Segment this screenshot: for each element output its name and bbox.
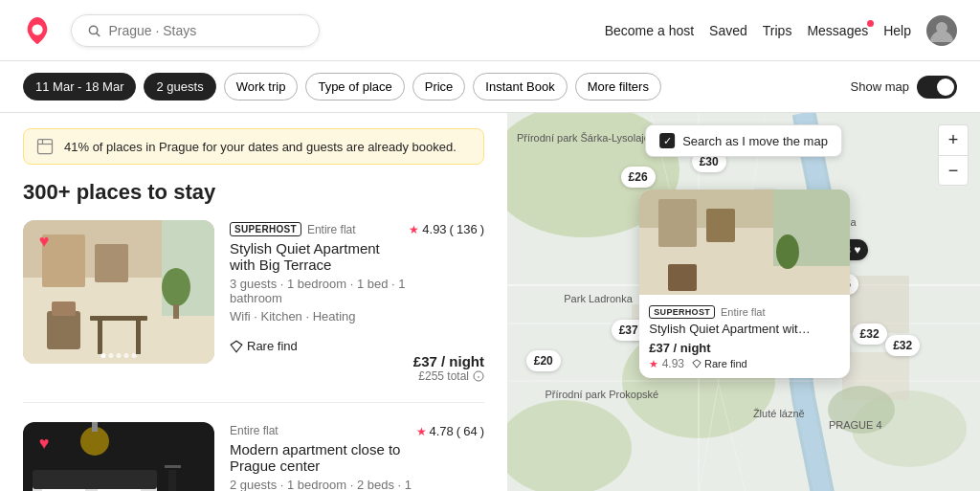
map-popup[interactable]: SUPERHOST Entire flat Stylish Quiet Apar… xyxy=(639,190,850,378)
popup-rare-find: Rare find xyxy=(692,358,747,369)
svg-rect-26 xyxy=(33,470,157,489)
rating-value-2: 4.78 xyxy=(430,424,454,438)
svg-rect-12 xyxy=(90,316,147,321)
price-marker-32c[interactable]: £32 xyxy=(885,335,920,356)
listing-meta-2: Entire flat Modern apartment close to Pr… xyxy=(230,424,416,491)
svg-rect-3 xyxy=(38,140,53,154)
dot xyxy=(109,353,114,358)
instant-book-filter[interactable]: Instant Book xyxy=(473,73,567,100)
date-filter[interactable]: 11 Mar - 18 Mar xyxy=(23,73,136,100)
more-filters-button[interactable]: More filters xyxy=(575,73,661,100)
notice-icon xyxy=(35,137,55,156)
search-as-move-button[interactable]: ✓ Search as I move the map xyxy=(645,124,842,157)
popup-rating: 4.93 xyxy=(662,357,684,370)
listing-amenities-1: Wifi · Kitchen · Heating xyxy=(230,309,409,324)
search-icon xyxy=(87,23,100,38)
svg-rect-13 xyxy=(98,321,102,354)
wishlist-heart-1[interactable]: ♥ xyxy=(31,228,57,255)
type-filter[interactable]: Type of place xyxy=(305,73,404,100)
listing-card: ♥ SUPERHOST Entire flat xyxy=(23,220,484,403)
avatar[interactable] xyxy=(926,15,957,46)
listing-header-2: Entire flat Modern apartment close to Pr… xyxy=(230,424,484,491)
dot xyxy=(101,353,106,358)
svg-rect-10 xyxy=(47,311,80,349)
listing-info-2: Entire flat Modern apartment close to Pr… xyxy=(230,422,484,491)
listing-image-2[interactable]: ♥ xyxy=(23,422,214,491)
popup-image xyxy=(639,190,850,295)
price-marker-26[interactable]: £26 xyxy=(621,167,656,188)
main-content: 41% of places in Prague for your dates a… xyxy=(0,113,980,491)
price-marker-32b[interactable]: £32 xyxy=(853,324,887,345)
wishlist-heart-2[interactable]: ♥ xyxy=(31,430,57,457)
work-trip-filter[interactable]: Work trip xyxy=(224,73,299,100)
notice-bar: 41% of places in Prague for your dates a… xyxy=(23,128,484,165)
popup-price: £37 / night xyxy=(649,341,840,355)
svg-rect-32 xyxy=(168,470,176,491)
price-marker-20[interactable]: £20 xyxy=(526,350,561,371)
svg-rect-56 xyxy=(658,199,697,247)
svg-rect-60 xyxy=(668,264,697,291)
superhost-row-1: SUPERHOST Entire flat xyxy=(230,222,409,236)
listing-title-2[interactable]: Modern apartment close to Prague center xyxy=(230,441,416,474)
price-row-1: £37 / night £255 total xyxy=(230,353,484,383)
popup-content: SUPERHOST Entire flat Stylish Quiet Apar… xyxy=(639,298,850,378)
messages-link[interactable]: Messages xyxy=(807,23,868,38)
listing-card-2: ♥ Entire flat Modern apartment close to … xyxy=(23,422,484,491)
star-icon-2: ★ xyxy=(416,425,427,438)
svg-line-1 xyxy=(97,33,100,35)
price-total-1: £255 total xyxy=(230,369,484,383)
svg-rect-9 xyxy=(95,244,128,282)
listing-info-1: SUPERHOST Entire flat Stylish Quiet Apar… xyxy=(230,220,484,383)
rare-find-1: Rare find xyxy=(230,339,484,353)
superhost-row-2: Entire flat xyxy=(230,424,416,437)
search-move-label: Search as I move the map xyxy=(682,134,828,148)
diamond-icon xyxy=(230,340,243,353)
svg-rect-28 xyxy=(92,422,98,432)
show-map-toggle[interactable]: Show map xyxy=(851,76,957,99)
heart-icon-1: ♥ xyxy=(39,232,50,252)
left-panel: 41% of places in Prague for your dates a… xyxy=(0,113,507,491)
saved-link[interactable]: Saved xyxy=(709,23,747,38)
svg-point-16 xyxy=(162,268,190,306)
dot xyxy=(117,353,122,358)
toggle-knob xyxy=(937,78,954,96)
listing-rating-1: ★ 4.93 (136) xyxy=(409,222,484,236)
listing-rating-2: ★ 4.78 (64) xyxy=(416,424,484,438)
popup-rating-row: ★ 4.93 xyxy=(649,357,684,370)
rare-find-label-1: Rare find xyxy=(247,339,298,353)
help-link[interactable]: Help xyxy=(883,23,911,38)
map-controls: + − xyxy=(938,124,969,186)
listing-header-1: SUPERHOST Entire flat Stylish Quiet Apar… xyxy=(230,222,484,331)
price-filter[interactable]: Price xyxy=(412,73,466,100)
popup-rare-label: Rare find xyxy=(704,358,747,369)
map-toggle-switch[interactable] xyxy=(917,76,957,99)
listing-type-1: Entire flat xyxy=(307,223,356,236)
zoom-in-button[interactable]: + xyxy=(938,124,969,155)
svg-rect-57 xyxy=(706,209,735,242)
svg-rect-33 xyxy=(178,473,184,491)
trips-link[interactable]: Trips xyxy=(763,23,792,38)
become-host-link[interactable]: Become a host xyxy=(605,23,694,38)
reviews-2: 64 xyxy=(463,424,477,438)
header: Become a host Saved Trips Messages Help xyxy=(0,0,980,61)
search-bar[interactable] xyxy=(71,14,320,47)
svg-point-59 xyxy=(776,234,799,269)
popup-title: Stylish Quiet Apartment wit… xyxy=(649,322,840,338)
listing-image-1[interactable]: ♥ xyxy=(23,220,214,364)
dot xyxy=(124,353,129,358)
review-count-2: ( xyxy=(457,424,460,438)
popup-star-icon: ★ xyxy=(649,358,658,369)
guests-filter[interactable]: 2 guests xyxy=(144,73,215,100)
search-input[interactable] xyxy=(108,23,303,38)
map-panel[interactable]: Přírodní park Šárka-Lysolaje PRAGUE 6 Ná… xyxy=(507,113,980,491)
svg-rect-31 xyxy=(165,465,181,468)
zoom-out-button[interactable]: − xyxy=(938,155,969,186)
airbnb-logo[interactable] xyxy=(23,16,52,45)
listing-title-1[interactable]: Stylish Quiet Apartment with Big Terrace xyxy=(230,240,409,273)
rating-value-1: 4.93 xyxy=(422,222,446,236)
info-icon[interactable] xyxy=(473,370,484,382)
popup-meta: ★ 4.93 Rare find xyxy=(649,357,840,370)
results-count: 300+ places to stay xyxy=(23,180,484,205)
popup-superhost-badge: SUPERHOST xyxy=(649,305,715,319)
svg-point-0 xyxy=(89,26,97,33)
